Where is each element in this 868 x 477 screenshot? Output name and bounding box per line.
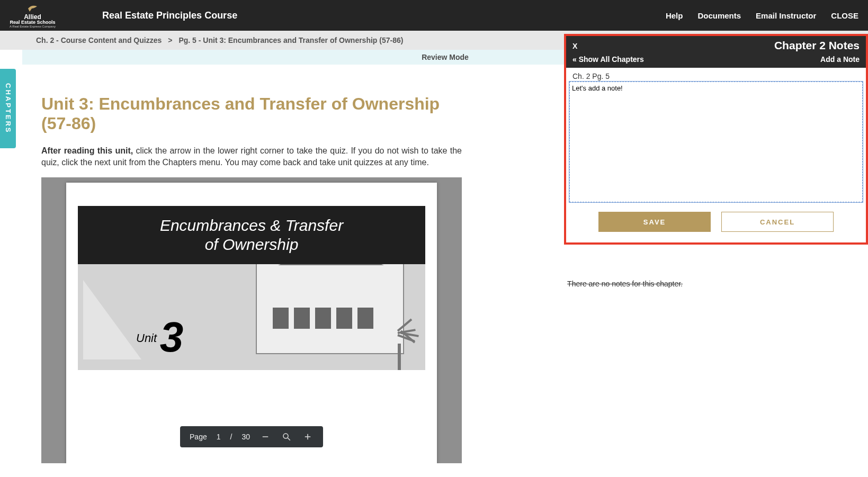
- palm-shape: [383, 322, 415, 370]
- unit-number: 3: [160, 313, 184, 361]
- svg-rect-4: [307, 434, 308, 440]
- cover-line1: Encumbrances & Transfer: [160, 216, 343, 235]
- note-buttons: SAVE CANCEL: [566, 204, 866, 242]
- breadcrumb: Ch. 2 - Course Content and Quizzes > Pg.…: [36, 36, 403, 44]
- show-all-chapters-link[interactable]: « Show All Chapters: [572, 55, 644, 64]
- brand-line3: A Real Estate Express Company: [10, 25, 56, 28]
- pdf-page-total: 30: [241, 433, 250, 441]
- nav-email-instructor[interactable]: Email Instructor: [756, 11, 816, 20]
- notes-title: Chapter 2 Notes: [774, 39, 860, 52]
- save-note-button[interactable]: SAVE: [598, 212, 711, 232]
- note-textarea[interactable]: [569, 82, 863, 202]
- unit-number-label: Unit 3: [136, 313, 183, 362]
- unit-word: Unit: [136, 331, 157, 345]
- pdf-page[interactable]: Encumbrances & Transfer of Ownership: [66, 183, 437, 463]
- house-shape: [256, 264, 404, 354]
- brand-name: Allied: [24, 14, 41, 20]
- nav-help[interactable]: Help: [666, 11, 683, 20]
- crumb-separator: >: [168, 36, 172, 44]
- zoom-reset-button[interactable]: [281, 431, 292, 443]
- minus-icon: [261, 432, 270, 442]
- hummingbird-icon: [26, 3, 39, 13]
- nav-close[interactable]: CLOSE: [831, 11, 858, 20]
- notes-close-button[interactable]: X: [572, 42, 577, 50]
- crumb-chapter[interactable]: Ch. 2 - Course Content and Quizzes: [36, 36, 162, 44]
- top-nav: Help Documents Email Instructor CLOSE: [666, 11, 868, 20]
- magnifier-icon: [282, 432, 291, 442]
- brand-logo: Allied Real Estate Schools A Real Estate…: [0, 3, 65, 28]
- pdf-cover-photo: Unit 3: [78, 264, 425, 370]
- crumb-page: Pg. 5 - Unit 3: Encumbrances and Transfe…: [178, 36, 403, 44]
- note-location: Ch. 2 Pg. 5: [566, 68, 866, 82]
- plus-icon: [303, 432, 312, 442]
- pdf-cover-title: Encumbrances & Transfer of Ownership: [78, 206, 425, 264]
- pdf-toolbar: Page 1 / 30: [180, 426, 323, 447]
- cover-line2: of Ownership: [205, 235, 299, 254]
- pdf-viewer: Encumbrances & Transfer of Ownership: [41, 177, 462, 463]
- pdf-page-current[interactable]: 1: [217, 433, 221, 441]
- zoom-out-button[interactable]: [259, 431, 271, 443]
- course-title: Real Estate Principles Course: [102, 10, 237, 21]
- pdf-page-label: Page: [190, 433, 207, 441]
- chapters-side-tab[interactable]: CHAPTERS: [0, 69, 16, 148]
- nav-documents[interactable]: Documents: [697, 11, 741, 20]
- pdf-intro-heading: INTRODUCTION: [199, 461, 294, 463]
- notes-header: X Chapter 2 Notes « Show All Chapters Ad…: [566, 36, 866, 68]
- svg-rect-0: [263, 436, 269, 437]
- add-note-link[interactable]: Add a Note: [820, 55, 860, 64]
- unit-instructions: After reading this unit, click the arrow…: [41, 145, 462, 168]
- notes-panel: X Chapter 2 Notes « Show All Chapters Ad…: [564, 34, 868, 245]
- instructions-bold: After reading this unit,: [41, 146, 133, 155]
- sailboat-shape: [83, 280, 141, 359]
- zoom-in-button[interactable]: [302, 431, 314, 443]
- svg-line-2: [288, 438, 290, 440]
- pdf-page-sep: /: [230, 433, 232, 441]
- cancel-note-button[interactable]: CANCEL: [721, 212, 834, 232]
- top-bar: Allied Real Estate Schools A Real Estate…: [0, 0, 868, 31]
- svg-point-1: [283, 434, 288, 438]
- no-notes-text: There are no notes for this chapter.: [567, 280, 683, 288]
- main-content: Unit 3: Encumbrances and Transfer of Own…: [0, 65, 477, 463]
- brand-line2: Real Estate Schools: [10, 20, 56, 25]
- unit-title: Unit 3: Encumbrances and Transfer of Own…: [41, 94, 462, 133]
